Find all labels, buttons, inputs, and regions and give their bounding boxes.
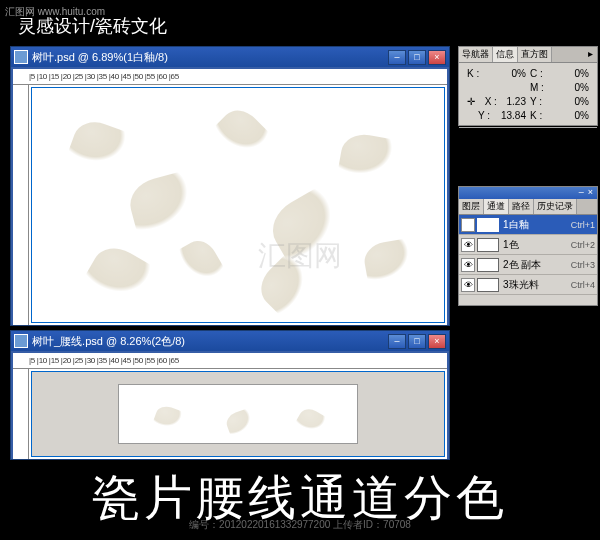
site-watermark: 汇图网 www.huitu.com [5, 5, 105, 19]
channel-name: 1白釉 [503, 218, 571, 232]
m-value: 0% [575, 81, 589, 95]
panel-menu-icon[interactable]: ▸ [584, 47, 597, 62]
titlebar-text: 树叶.psd @ 6.89%(1白釉/8) [32, 50, 388, 65]
visibility-toggle-icon[interactable]: 👁 [461, 278, 475, 292]
close-button[interactable]: × [428, 50, 446, 65]
m-label: M : [530, 81, 544, 95]
channel-row[interactable]: 👁2色 副本Ctrl+3 [459, 255, 597, 275]
x-value: 1.23 [507, 95, 526, 109]
workspace: 树叶.psd @ 6.89%(1白釉/8) – □ × |5 |10 |15 |… [0, 46, 600, 466]
channel-shortcut: Ctrl+3 [571, 260, 595, 270]
tab-histogram[interactable]: 直方图 [518, 47, 552, 62]
document-body: |5 |10 |15 |20 |25 |30 |35 |40 |45 |50 |… [13, 69, 447, 325]
document-body: |5 |10 |15 |20 |25 |30 |35 |40 |45 |50 |… [13, 353, 447, 459]
tab-paths[interactable]: 路径 [509, 199, 534, 214]
channel-name: 3珠光料 [503, 278, 571, 292]
info-panel: 导航器 信息 直方图 ▸ K :0% ✛X :1.23 Y :13.84 C :… [458, 46, 598, 126]
panel-collapse-icon[interactable]: – [577, 187, 586, 199]
x-label: X : [485, 95, 497, 109]
document-window-sub: 树叶_腰线.psd @ 8.26%(2色/8) – □ × |5 |10 |15… [10, 330, 450, 460]
minimize-button[interactable]: – [388, 50, 406, 65]
channel-row[interactable]: 👁1白釉Ctrl+1 [459, 215, 597, 235]
k-value: 0% [512, 67, 526, 81]
visibility-toggle-icon[interactable]: 👁 [461, 218, 475, 232]
y-value: 13.84 [501, 109, 526, 123]
ruler-vertical[interactable] [13, 369, 29, 459]
k-label: K : [467, 67, 479, 81]
tab-history[interactable]: 历史记录 [534, 199, 577, 214]
titlebar-sub[interactable]: 树叶_腰线.psd @ 8.26%(2色/8) – □ × [11, 331, 449, 351]
waist-tile-artwork [118, 384, 358, 444]
tab-navigator[interactable]: 导航器 [459, 47, 493, 62]
channel-list: 👁1白釉Ctrl+1👁1色Ctrl+2👁2色 副本Ctrl+3👁3珠光料Ctrl… [459, 215, 597, 295]
titlebar-text: 树叶_腰线.psd @ 8.26%(2色/8) [32, 334, 388, 349]
window-buttons: – □ × [388, 50, 446, 65]
titlebar-main[interactable]: 树叶.psd @ 6.89%(1白釉/8) – □ × [11, 47, 449, 67]
channel-tabs: 图层 通道 路径 历史记录 [459, 199, 597, 215]
yc-value: 0% [575, 95, 589, 109]
canvas-sub[interactable] [31, 371, 445, 457]
channel-thumbnail [477, 238, 499, 252]
channel-name: 1色 [503, 238, 571, 252]
channel-shortcut: Ctrl+2 [571, 240, 595, 250]
close-button[interactable]: × [428, 334, 446, 349]
tab-channels[interactable]: 通道 [484, 199, 509, 214]
k2-value: 0% [575, 109, 589, 123]
info-body: K :0% ✛X :1.23 Y :13.84 C :0% M :0% Y :0… [459, 63, 597, 127]
ruler-vertical[interactable] [13, 85, 29, 325]
w-label: W : [555, 130, 570, 144]
ruler-horizontal[interactable]: |5 |10 |15 |20 |25 |30 |35 |40 |45 |50 |… [13, 353, 447, 369]
maximize-button[interactable]: □ [408, 50, 426, 65]
doc-icon [14, 50, 28, 64]
panel-titlebar[interactable]: – × [459, 187, 597, 199]
y-label: Y : [478, 109, 490, 123]
maximize-button[interactable]: □ [408, 334, 426, 349]
c-value: 0% [575, 67, 589, 81]
channel-shortcut: Ctrl+1 [571, 220, 595, 230]
channel-row[interactable]: 👁1色Ctrl+2 [459, 235, 597, 255]
panel-close-icon[interactable]: × [586, 187, 595, 199]
channel-shortcut: Ctrl+4 [571, 280, 595, 290]
visibility-toggle-icon[interactable]: 👁 [461, 258, 475, 272]
ruler-horizontal[interactable]: |5 |10 |15 |20 |25 |30 |35 |40 |45 |50 |… [13, 69, 447, 85]
h-label: H : [553, 144, 566, 158]
document-window-main: 树叶.psd @ 6.89%(1白釉/8) – □ × |5 |10 |15 |… [10, 46, 450, 326]
tab-layers[interactable]: 图层 [459, 199, 484, 214]
minimize-button[interactable]: – [388, 334, 406, 349]
c-label: C : [530, 67, 543, 81]
channel-name: 2色 副本 [503, 258, 571, 272]
k2-label: K : [530, 109, 542, 123]
tab-info[interactable]: 信息 [493, 47, 518, 62]
visibility-toggle-icon[interactable]: 👁 [461, 238, 475, 252]
channel-row[interactable]: 👁3珠光料Ctrl+4 [459, 275, 597, 295]
yc-label: Y : [530, 95, 542, 109]
info-tabs: 导航器 信息 直方图 ▸ [459, 47, 597, 63]
doc-icon [14, 334, 28, 348]
canvas-main[interactable] [31, 87, 445, 323]
leaf-artwork [32, 88, 444, 322]
channels-panel: – × 图层 通道 路径 历史记录 👁1白釉Ctrl+1👁1色Ctrl+2👁2色… [458, 186, 598, 306]
channel-thumbnail [477, 278, 499, 292]
channel-thumbnail [477, 258, 499, 272]
big-title: 瓷片腰线通道分色 [0, 466, 600, 530]
channel-thumbnail [477, 218, 499, 232]
window-buttons: – □ × [388, 334, 446, 349]
